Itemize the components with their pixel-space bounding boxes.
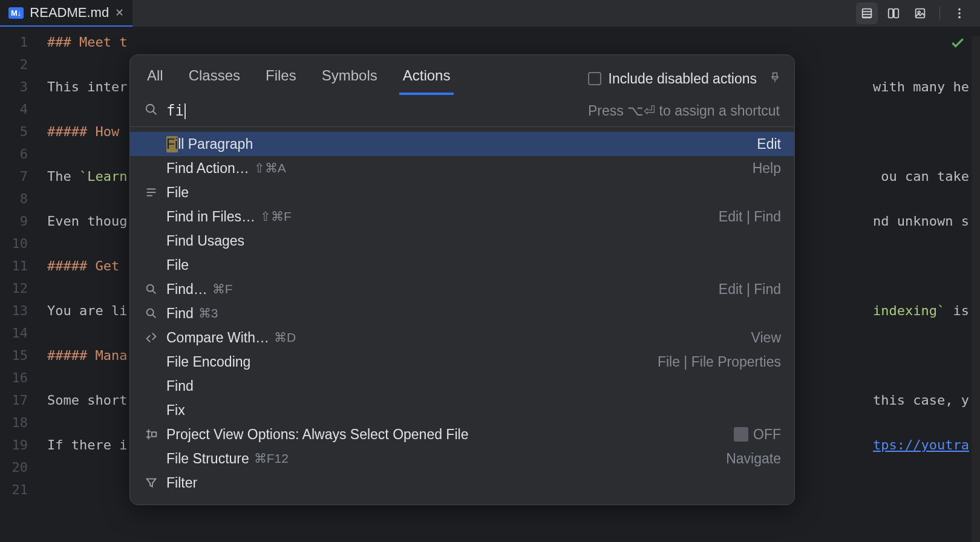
result-label: Find⌘3 [166, 305, 218, 322]
search-icon [145, 103, 158, 119]
split-view-button[interactable] [883, 2, 904, 24]
assign-shortcut-hint: Press ⌥⏎ to assign a shortcut [588, 103, 780, 119]
result-row[interactable]: Project View Options: Always Select Open… [130, 422, 794, 446]
shortcut-label: ⌘F [212, 282, 233, 296]
shortcut-label: ⌘3 [198, 306, 218, 321]
shortcut-label: ⌘F12 [254, 451, 289, 466]
compare-icon [143, 331, 159, 344]
result-label: Find Usages [166, 233, 244, 249]
svg-rect-4 [889, 9, 893, 18]
more-options-button[interactable] [949, 2, 970, 24]
result-label: Compare With…⌘D [166, 330, 296, 346]
result-label: Find in Files…⇧⌘F [166, 209, 292, 225]
search-icon [143, 282, 159, 296]
result-row[interactable]: Find in Files…⇧⌘F Edit | Find [130, 204, 794, 229]
popup-header: AllClassesFilesSymbolsActions Include di… [130, 55, 794, 95]
shortcut-label: ⇧⌘F [260, 209, 292, 224]
result-row[interactable]: Fix [130, 398, 794, 422]
popup-tab-classes[interactable]: Classes [185, 62, 244, 95]
svg-point-10 [958, 16, 961, 19]
toolbar-divider [939, 7, 940, 20]
toolbar-right [856, 2, 980, 24]
result-context: Help [753, 160, 781, 177]
result-label: File Encoding [166, 354, 250, 370]
result-row[interactable]: Find Action…⇧⌘A Help [130, 156, 794, 180]
include-disabled-label: Include disabled actions [609, 71, 757, 87]
result-label: Fix [166, 402, 185, 419]
result-row[interactable]: Fill Paragraph Edit [130, 132, 794, 156]
popup-header-right: Include disabled actions [588, 71, 782, 87]
search-everywhere-popup: AllClassesFilesSymbolsActions Include di… [129, 54, 795, 505]
result-label: Find…⌘F [166, 281, 233, 298]
file-tab[interactable]: M↓ README.md ✕ [0, 0, 132, 27]
include-disabled-checkbox[interactable] [588, 72, 601, 85]
popup-tab-actions[interactable]: Actions [399, 62, 454, 95]
result-context: Edit | Find [719, 209, 781, 225]
result-label: File [166, 184, 189, 201]
preview-view-button[interactable] [909, 2, 931, 24]
results-list: Fill Paragraph Edit Find Action…⇧⌘A Help… [130, 127, 794, 504]
lines-icon [143, 186, 159, 199]
toggle-off[interactable]: OFF [734, 426, 781, 443]
result-row[interactable]: File Encoding File | File Properties [130, 350, 794, 374]
result-row[interactable]: Find…⌘F Edit | Find [130, 277, 794, 301]
svg-point-20 [147, 309, 154, 316]
tab-bar: M↓ README.md ✕ [0, 0, 980, 27]
result-row[interactable]: Compare With…⌘D View [130, 325, 794, 350]
popup-tab-all[interactable]: All [143, 62, 167, 95]
search-icon [143, 307, 159, 320]
result-row[interactable]: Filter [130, 471, 794, 495]
result-label: Find Action…⇧⌘A [166, 160, 286, 177]
result-label: File Structure⌘F12 [166, 451, 289, 467]
search-input-row: fi Press ⌥⏎ to assign a shortcut [130, 95, 794, 127]
svg-rect-5 [894, 9, 898, 18]
result-row[interactable]: File Structure⌘F12 Navigate [130, 446, 794, 471]
result-context: Edit [757, 136, 781, 152]
svg-point-18 [147, 285, 154, 292]
close-icon[interactable]: ✕ [115, 6, 124, 19]
svg-point-7 [918, 11, 920, 13]
svg-point-9 [958, 12, 961, 15]
result-context: File | File Properties [658, 354, 781, 370]
result-context: Navigate [726, 451, 781, 467]
svg-point-13 [146, 105, 154, 113]
result-label: Filter [166, 475, 197, 491]
project-icon [143, 428, 159, 441]
gutter: 123456789101112131415161718192021 [0, 27, 36, 542]
result-row[interactable]: File [130, 253, 794, 277]
editor-scrollbar[interactable] [972, 36, 980, 542]
analysis-ok-icon[interactable] [950, 35, 965, 53]
result-row[interactable]: Find [130, 374, 794, 398]
pin-icon[interactable] [769, 71, 781, 86]
result-row[interactable]: File [130, 180, 794, 204]
markdown-icon: M↓ [8, 7, 24, 19]
result-row[interactable]: Find Usages [130, 229, 794, 253]
result-label: Find [166, 378, 194, 394]
result-context: Edit | Find [719, 281, 781, 298]
result-row[interactable]: Find⌘3 [130, 301, 794, 325]
svg-line-21 [152, 315, 155, 318]
svg-rect-0 [863, 9, 872, 18]
search-input[interactable]: fi [166, 102, 186, 119]
tab-filename: README.md [30, 5, 109, 21]
popup-tab-symbols[interactable]: Symbols [318, 62, 381, 95]
svg-rect-22 [152, 432, 156, 436]
popup-tab-files[interactable]: Files [262, 62, 300, 95]
svg-point-8 [958, 8, 961, 11]
popup-tabs: AllClassesFilesSymbolsActions [143, 62, 454, 95]
result-label: File [166, 257, 189, 273]
result-label: Fill Paragraph [166, 136, 253, 152]
result-context: OFF [734, 426, 781, 443]
result-context: View [751, 330, 781, 346]
svg-rect-11 [773, 73, 777, 77]
svg-line-14 [153, 111, 157, 115]
svg-line-19 [152, 290, 155, 293]
editor-view-button[interactable] [856, 2, 878, 24]
result-label: Project View Options: Always Select Open… [166, 426, 468, 443]
shortcut-label: ⇧⌘A [254, 161, 286, 175]
filter-icon [143, 476, 159, 489]
shortcut-label: ⌘D [274, 330, 296, 345]
